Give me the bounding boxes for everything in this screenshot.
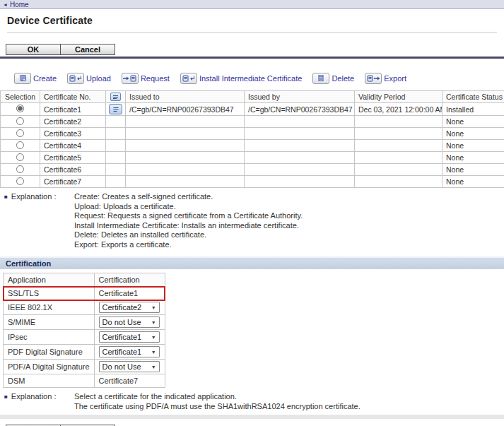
issued-to <box>126 164 245 176</box>
application-name: DSM <box>4 374 95 388</box>
certificate-status: None <box>443 164 504 176</box>
certification-row-smime: S/MIME Do not Use ▼ <box>4 315 165 330</box>
bullet-square-icon: ■ <box>4 392 8 411</box>
certification-row-ieee-8021x: IEEE 802.1X Certificate2 ▼ <box>4 300 165 315</box>
certificate1-radio[interactable] <box>16 105 24 112</box>
section-divider <box>0 57 504 59</box>
pdfa-digital-signature-certification-select[interactable]: Do not Use ▼ <box>99 361 160 372</box>
certification-row-ssl-tls: SSL/TLS Certificate1 <box>4 287 165 300</box>
explanation-top: ■ Explanation : Create: Creates a self-s… <box>4 192 504 249</box>
certification-section-header: Certification <box>0 256 504 269</box>
home-link[interactable]: ◄ Home <box>3 1 29 8</box>
upload-icon <box>67 73 84 84</box>
certificate-toolbar: Create Upload Request Install Intermedia… <box>14 72 504 84</box>
details-icon <box>110 93 121 101</box>
request-button[interactable]: Request <box>122 73 170 84</box>
certificate-status: Installed <box>443 103 504 116</box>
upload-label: Upload <box>86 74 111 83</box>
delete-button[interactable]: Delete <box>312 73 354 84</box>
ok-button[interactable]: OK <box>6 45 60 54</box>
ssl-tls-certification-value: Certificate1 <box>94 287 165 300</box>
certificate1-details-button[interactable] <box>109 104 122 114</box>
certificate7-radio[interactable] <box>16 177 24 185</box>
certificate-row-6: Certificate6 None <box>1 164 504 176</box>
bottom-divider <box>0 415 504 419</box>
certificate-row-3: Certificate3 None <box>1 128 504 140</box>
certificate-status: None <box>443 152 504 164</box>
smime-certification-select[interactable]: Do not Use ▼ <box>99 316 160 328</box>
upload-button[interactable]: Upload <box>67 73 111 84</box>
chevron-down-icon: ▼ <box>151 365 156 369</box>
issued-to <box>126 152 245 164</box>
issued-by <box>245 152 355 164</box>
ipsec-certification-select[interactable]: Certificate1 ▼ <box>99 331 160 343</box>
issued-to <box>126 128 245 140</box>
explanation-line: The certificate using PDF/A must use the… <box>74 402 361 412</box>
chevron-down-icon: ▼ <box>151 305 156 310</box>
create-label: Create <box>33 74 57 83</box>
certificate-no: Certificate5 <box>40 152 106 164</box>
certificate-status: None <box>443 140 504 152</box>
certificate-no: Certificate6 <box>40 164 106 176</box>
top-button-group: OK Cancel <box>6 44 115 55</box>
col-certification: Certification <box>94 273 165 287</box>
issued-to <box>126 140 245 152</box>
certificate4-radio[interactable] <box>16 141 24 149</box>
install-intermediate-certificate-button[interactable]: Install Intermediate Certificate <box>180 73 303 84</box>
issued-by: /C=gb/CN=RNP00267393DB47 <box>245 103 355 116</box>
pdf-digital-signature-certification-select[interactable]: Certificate1 ▼ <box>99 346 160 357</box>
request-icon <box>122 73 139 84</box>
issued-by <box>245 164 355 176</box>
request-label: Request <box>141 74 170 83</box>
title-divider <box>7 32 497 33</box>
issued-by <box>245 176 355 188</box>
col-issued-to: Issued to <box>126 91 245 103</box>
explanation-label: Explanation : <box>11 192 57 249</box>
certificate-status: None <box>443 116 504 128</box>
issued-to <box>126 176 245 188</box>
application-name: PDF Digital Signature <box>4 345 95 360</box>
install-intermediate-certificate-label: Install Intermediate Certificate <box>199 74 303 83</box>
install-intermediate-certificate-icon <box>180 73 197 84</box>
export-button[interactable]: Export <box>365 73 406 84</box>
create-icon <box>14 73 31 84</box>
validity-period <box>355 152 443 164</box>
certificate-row-2: Certificate2 None <box>1 116 504 128</box>
col-certificate-no: Certificate No. <box>40 91 106 103</box>
certificate3-radio[interactable] <box>16 129 24 137</box>
create-button[interactable]: Create <box>14 73 57 84</box>
certificate-no: Certificate1 <box>40 103 106 116</box>
back-arrow-icon: ◄ <box>3 2 8 7</box>
certificate5-radio[interactable] <box>16 153 24 161</box>
page-title: Device Certificate <box>7 15 497 26</box>
validity-period <box>355 176 443 188</box>
validity-period <box>355 140 443 152</box>
certificate-no: Certificate4 <box>40 140 106 152</box>
dsm-certification-value: Certificate7 <box>94 374 165 388</box>
certificate-no: Certificate2 <box>40 116 106 128</box>
ieee-8021x-certification-select[interactable]: Certificate2 ▼ <box>99 302 160 313</box>
certificate2-radio[interactable] <box>16 117 24 125</box>
cancel-button[interactable]: Cancel <box>60 45 115 54</box>
application-name: IPsec <box>4 330 95 345</box>
selected-value: Do not Use <box>102 362 141 371</box>
delete-icon <box>312 73 329 84</box>
certificate-row-7: Certificate7 None <box>1 176 504 188</box>
explanation-line: Create: Creates a self-signed certificat… <box>74 192 303 202</box>
col-details <box>106 91 126 103</box>
certificate6-radio[interactable] <box>16 165 24 173</box>
selected-value: Do not Use <box>102 318 141 326</box>
home-link-label: Home <box>10 1 29 8</box>
export-label: Export <box>384 74 406 83</box>
chevron-down-icon: ▼ <box>151 335 156 340</box>
certificate-table: Selection Certificate No. Issued to Issu… <box>0 90 504 188</box>
explanation-line: Export: Exports a certificate. <box>74 240 303 250</box>
issued-by <box>245 116 355 128</box>
certificate-status: None <box>443 176 504 188</box>
certification-header-row: Application Certification <box>4 273 165 287</box>
application-name: SSL/TLS <box>4 287 95 300</box>
certification-row-pdfa-digital-signature: PDF/A Digital Signature Do not Use ▼ <box>4 360 165 374</box>
certificate-status: None <box>443 128 504 140</box>
bullet-square-icon: ■ <box>4 192 8 249</box>
selected-value: Certificate2 <box>102 303 142 312</box>
